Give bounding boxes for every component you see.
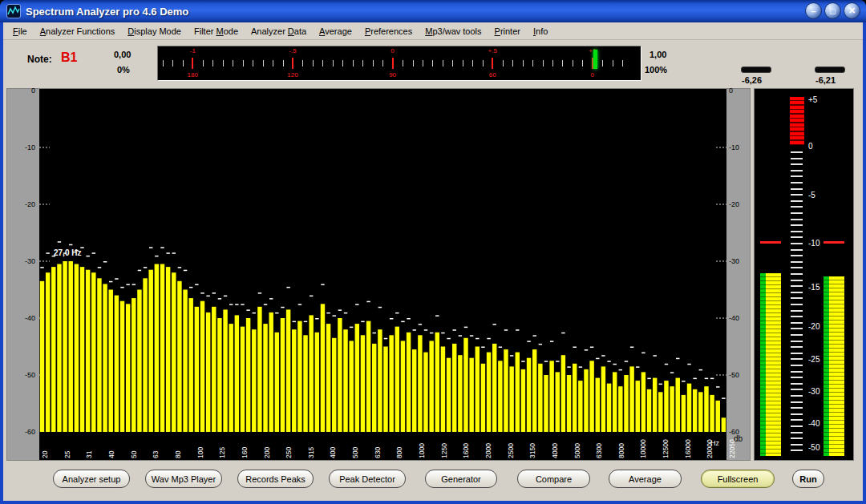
x-tick-label: 40 (107, 451, 115, 458)
clip-zone (790, 97, 804, 145)
button-generator[interactable]: Generator (425, 470, 497, 488)
button-bar: Analyzer setupWav Mp3 PlayerRecords Peak… (3, 465, 863, 501)
menu-item-preferences[interactable]: Preferences (358, 24, 419, 38)
y-tick-label-left: -50 (7, 371, 39, 379)
x-tick-label: 100 (196, 447, 204, 458)
corr-minor-tick (423, 60, 423, 67)
menu-item-analyzer-functions[interactable]: Analyzer Functions (34, 24, 122, 38)
x-tick-label: 3150 (528, 443, 536, 458)
menu-item-filter-mode[interactable]: Filter Mode (188, 24, 245, 38)
button-records-peaks[interactable]: Records Peaks (237, 470, 314, 488)
y-tick-label-left: -10 (7, 143, 39, 151)
close-button[interactable]: ✕ (844, 2, 860, 19)
button-wav-mp3-player[interactable]: Wav Mp3 Player (145, 470, 222, 488)
scale-tick (791, 377, 803, 378)
y-tick-label-right: -10 (726, 143, 750, 151)
y-tick-label-left: -30 (7, 257, 39, 265)
x-tick-label: 125 (218, 447, 226, 458)
corr-minor-tick (552, 60, 553, 67)
corr-indicator (593, 50, 597, 69)
top-panel: Note: B1 0,00 0% -1180-.5120090+.560+10 … (3, 40, 863, 86)
scale-tick (791, 316, 803, 317)
y-axis-left: 0-10-20-30-40-50-60 (7, 89, 39, 460)
corr-minor-tick (183, 60, 184, 67)
scale-label: -50 (808, 443, 819, 452)
maximize-button[interactable]: □ (824, 2, 841, 19)
x-tick-label: 160 (241, 447, 249, 458)
vu-led-segments (824, 276, 844, 456)
scale-tick (791, 334, 803, 336)
corr-minor-tick (483, 60, 484, 67)
app-icon (6, 4, 21, 18)
menu-item-mp3-wav-tools[interactable]: Mp3/wav tools (419, 24, 488, 38)
left-vu-bar (760, 273, 781, 456)
scale-label: 0 (808, 142, 813, 151)
scale-tick (791, 437, 803, 439)
scale-tick (791, 328, 803, 329)
x-tick-label: 315 (307, 447, 315, 458)
scale-tick (791, 267, 803, 268)
corr-top-label: +1 (583, 47, 602, 54)
y-tick-label-left: -20 (7, 200, 39, 208)
corr-minor-tick (573, 60, 573, 67)
menu-item-info[interactable]: Info (527, 24, 554, 38)
button-peak-detector[interactable]: Peak Detector (329, 470, 406, 488)
peak-readout-bar-right (815, 67, 845, 73)
scale-tick (791, 273, 803, 275)
note-label: Note: (27, 54, 52, 65)
corr-bottom-label: 60 (483, 71, 502, 79)
menu-item-display-mode[interactable]: Display Mode (121, 24, 188, 38)
x-tick-label: 400 (329, 447, 337, 458)
titlebar[interactable]: Spectrum Analyzer pro 4.6 Demo – □ ✕ (0, 0, 866, 22)
x-tick-label: 1600 (462, 443, 470, 458)
corr-bottom-label: 90 (383, 71, 403, 79)
menu-item-average[interactable]: Average (313, 24, 358, 38)
scale-label: -40 (808, 419, 819, 428)
corr-minor-tick (472, 60, 473, 67)
x-tick-label: 630 (374, 447, 382, 458)
button-analyzer-setup[interactable]: Analyzer setup (53, 470, 130, 488)
scale-tick (791, 395, 803, 397)
x-tick-label: 1250 (440, 443, 448, 458)
peak-frequency-label: 27,0 Hz (54, 248, 81, 257)
x-tick-label: 63 (152, 451, 160, 458)
button-compare[interactable]: Compare (517, 470, 590, 488)
corr-minor-tick (622, 60, 623, 67)
right-peak-mark (824, 241, 844, 244)
scale-tick (791, 419, 803, 421)
corr-minor-tick (253, 60, 253, 67)
db-unit-label: db (734, 434, 743, 443)
x-axis: 2025314050638010012516020025031540050063… (39, 432, 726, 460)
button-average[interactable]: Average (609, 470, 682, 488)
scale-tick (791, 346, 803, 348)
waveform-icon (7, 5, 20, 18)
x-tick-label: 200 (263, 447, 271, 458)
scale-tick (791, 383, 803, 385)
menu-item-file[interactable]: File (6, 24, 34, 38)
content-area: Note: B1 0,00 0% -1180-.5120090+.560+10 … (3, 40, 863, 501)
corr-minor-tick (163, 60, 164, 67)
button-run[interactable]: Run (792, 470, 824, 488)
menu-item-printer[interactable]: Printer (488, 24, 527, 38)
corr-bottom-label: 180 (183, 71, 202, 79)
scale-tick (791, 292, 803, 293)
button-fullscreen[interactable]: Fullscreen (701, 470, 775, 488)
menu-item-analyzer-data[interactable]: Analyzer Data (245, 24, 313, 38)
corr-minor-tick (302, 60, 303, 67)
corr-bottom-label: 0 (583, 71, 602, 79)
vu-led-segments (760, 273, 781, 456)
scale-tick (791, 310, 803, 312)
corr-top-label: -1 (183, 47, 202, 54)
scale-tick (791, 194, 803, 196)
spectrum-display: 0-10-20-30-40-50-60 0-10-20-30-40-50-60 … (6, 88, 751, 461)
level-meter: +50-5-10-15-20-25-30-40-50 (754, 88, 854, 461)
scale-tick (791, 182, 803, 183)
scale-tick (791, 249, 803, 251)
scale-label: -20 (808, 322, 819, 331)
corr-minor-tick (212, 60, 213, 67)
minimize-button[interactable]: – (805, 2, 822, 19)
x-tick-label: 12500 (662, 439, 670, 458)
corr-minor-tick (523, 60, 524, 67)
corr-minor-tick (432, 60, 433, 67)
scale-tick (791, 158, 803, 159)
